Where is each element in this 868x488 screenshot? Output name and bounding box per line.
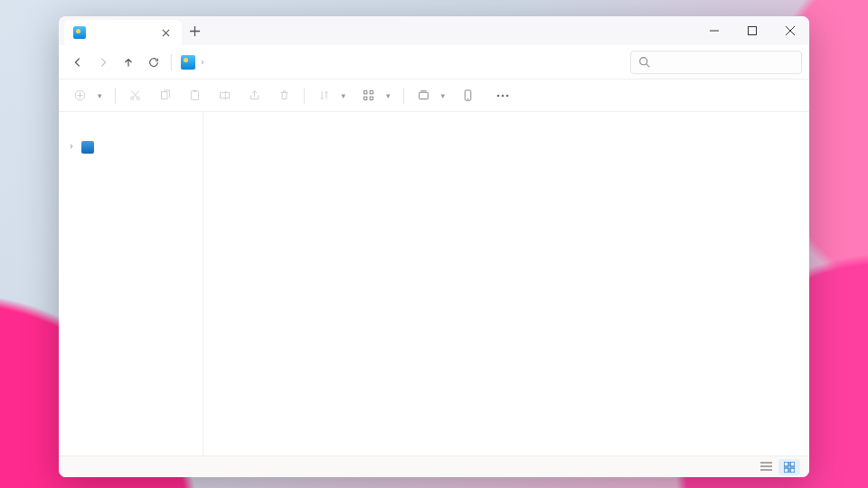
- command-bar: ▾ ▾ ▾ ▾: [59, 80, 809, 112]
- tab-close-button[interactable]: [158, 25, 173, 40]
- svg-rect-10: [370, 91, 373, 94]
- svg-point-16: [496, 94, 499, 97]
- view-button[interactable]: ▾: [354, 85, 398, 106]
- breadcrumb[interactable]: ›: [177, 55, 628, 70]
- chevron-down-icon: ▾: [342, 91, 346, 100]
- svg-rect-0: [749, 27, 757, 35]
- minimize-icon: [710, 26, 719, 35]
- svg-point-17: [501, 94, 504, 97]
- close-window-button[interactable]: [771, 16, 809, 45]
- status-bar: [59, 455, 809, 477]
- close-icon: [786, 26, 795, 35]
- svg-rect-22: [790, 468, 795, 473]
- more-button[interactable]: [488, 85, 516, 106]
- thumbnails-view-button[interactable]: [778, 459, 800, 475]
- rename-icon: [218, 89, 231, 102]
- chevron-down-icon: ▾: [441, 91, 446, 100]
- svg-rect-11: [364, 97, 367, 99]
- arrow-left-icon: [71, 56, 84, 69]
- arrow-right-icon: [97, 56, 109, 69]
- svg-rect-7: [193, 90, 195, 92]
- refresh-button[interactable]: [142, 51, 165, 74]
- rename-button[interactable]: [211, 85, 239, 106]
- new-icon: [73, 89, 87, 102]
- sort-icon: [317, 89, 331, 102]
- search-icon: [638, 56, 650, 68]
- delete-button[interactable]: [270, 85, 298, 106]
- chevron-right-icon[interactable]: ›: [66, 141, 77, 151]
- svg-rect-9: [364, 91, 367, 94]
- list-icon: [760, 462, 772, 472]
- titlebar: [59, 16, 809, 45]
- svg-rect-21: [784, 468, 788, 473]
- chevron-right-icon: ›: [201, 57, 204, 67]
- address-bar: ›: [59, 45, 809, 80]
- search-box[interactable]: [630, 51, 802, 74]
- gallery-location-icon: [181, 55, 195, 70]
- svg-rect-13: [419, 92, 428, 99]
- new-tab-button[interactable]: [182, 16, 207, 45]
- file-explorer-window: › ▾ ▾: [59, 16, 809, 477]
- sort-button[interactable]: ▾: [310, 85, 354, 106]
- svg-rect-20: [790, 462, 795, 466]
- delete-icon: [278, 89, 291, 102]
- svg-rect-8: [220, 92, 229, 99]
- desktop-wallpaper: › ▾ ▾: [0, 0, 868, 488]
- svg-rect-6: [191, 91, 198, 100]
- more-icon: [495, 89, 509, 102]
- cut-button[interactable]: [121, 85, 149, 106]
- svg-point-1: [640, 58, 647, 65]
- collection-button[interactable]: ▾: [410, 85, 453, 106]
- phone-icon: [461, 89, 475, 102]
- year-timeline[interactable]: [768, 112, 809, 455]
- up-button[interactable]: [117, 51, 140, 74]
- share-icon: [248, 89, 261, 102]
- back-button[interactable]: [66, 51, 90, 74]
- grid-icon: [784, 462, 795, 473]
- svg-point-18: [505, 94, 508, 97]
- refresh-icon: [147, 56, 160, 69]
- svg-point-15: [467, 99, 468, 99]
- paste-icon: [188, 89, 202, 102]
- maximize-button[interactable]: [733, 16, 771, 45]
- collection-icon: [417, 89, 430, 102]
- details-view-button[interactable]: [755, 459, 777, 475]
- svg-rect-19: [784, 462, 788, 466]
- arrow-up-icon: [122, 56, 135, 69]
- add-phone-photos-button[interactable]: [454, 85, 486, 106]
- view-icon: [362, 89, 375, 102]
- gallery-view[interactable]: [203, 112, 768, 455]
- svg-rect-5: [161, 91, 167, 99]
- svg-rect-12: [370, 97, 373, 99]
- navigation-pane[interactable]: ›: [59, 112, 203, 455]
- close-icon: [162, 29, 170, 37]
- new-button[interactable]: ▾: [66, 85, 109, 106]
- paste-button[interactable]: [181, 85, 209, 106]
- minimize-button[interactable]: [695, 16, 733, 45]
- search-input[interactable]: [656, 56, 794, 69]
- gallery-app-icon: [73, 26, 86, 39]
- maximize-icon: [748, 26, 757, 35]
- forward-button[interactable]: [91, 51, 115, 74]
- this-pc-icon: [80, 140, 95, 155]
- share-button[interactable]: [241, 85, 269, 106]
- cut-icon: [128, 89, 142, 102]
- chevron-down-icon: ▾: [98, 91, 102, 100]
- chevron-down-icon: ▾: [386, 91, 391, 100]
- copy-button[interactable]: [151, 85, 179, 106]
- window-tab[interactable]: [64, 20, 182, 45]
- copy-icon: [158, 89, 172, 102]
- sidebar-item-this-pc[interactable]: ›: [64, 136, 197, 158]
- window-controls: [695, 16, 809, 45]
- plus-icon: [190, 26, 200, 36]
